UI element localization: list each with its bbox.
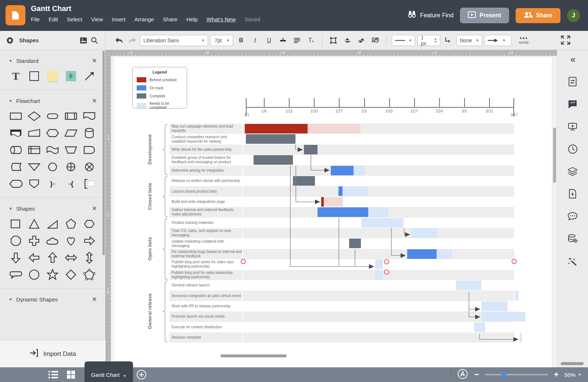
data-linking-icon[interactable] — [567, 233, 578, 244]
shape-brace-left[interactable]: ≡{ — [64, 178, 78, 190]
shape-heart[interactable] — [64, 235, 78, 247]
add-page-button[interactable] — [136, 369, 147, 380]
shape-or-junction[interactable] — [64, 161, 78, 173]
shape-diamond[interactable] — [64, 268, 78, 281]
diagram-page[interactable]: LegendBehind scheduleOn trackCompleteNee… — [114, 57, 552, 367]
shape-stored-data[interactable] — [8, 161, 23, 173]
close-icon[interactable]: ✕ — [92, 57, 97, 65]
pan-to-content-button[interactable] — [457, 368, 468, 381]
task-row[interactable] — [243, 290, 514, 301]
shape-arrow[interactable] — [82, 70, 97, 82]
gantt-bar-complete[interactable] — [293, 176, 315, 186]
gantt-bar-complete[interactable] — [304, 145, 318, 154]
gantt-bar-on_track[interactable] — [318, 207, 368, 217]
task-row[interactable] — [243, 186, 514, 196]
shape-preparation[interactable] — [45, 127, 60, 139]
share-button[interactable]: Share — [516, 8, 560, 23]
gantt-bar-behind[interactable] — [321, 197, 324, 207]
task-row[interactable] — [243, 165, 514, 176]
shape-square[interactable] — [8, 218, 23, 230]
gantt-bar-todo[interactable] — [474, 322, 485, 332]
zoom-in-button[interactable]: + — [554, 371, 559, 378]
shape-terminator[interactable] — [45, 110, 60, 122]
legend[interactable]: LegendBehind scheduleOn trackCompleteNee… — [132, 67, 187, 108]
shape-connector[interactable] — [45, 161, 60, 173]
feature-find-button[interactable]: Feature Find — [407, 11, 453, 20]
shape-star[interactable] — [45, 268, 60, 281]
shape-merge[interactable] — [27, 161, 42, 173]
undo-icon[interactable] — [114, 35, 125, 46]
dock-scrollbar[interactable] — [561, 362, 584, 365]
shape-polygon-nodes[interactable] — [82, 268, 97, 281]
task-row[interactable] — [243, 249, 514, 259]
gantt-bar-on_track[interactable] — [407, 249, 437, 259]
gantt-bar-on_track[interactable] — [338, 186, 343, 196]
task-row[interactable] — [243, 197, 514, 207]
shape-circle[interactable] — [27, 268, 42, 281]
shape-brace-right[interactable]: }≡ — [45, 178, 60, 190]
task-row[interactable] — [243, 301, 514, 311]
menu-item-help[interactable]: Help — [186, 16, 198, 22]
horizontal-scrollbar[interactable] — [220, 354, 287, 357]
gantt-bar-behind_light[interactable] — [324, 197, 343, 207]
shape-arrow-ud[interactable] — [82, 251, 97, 264]
shape-right-triangle[interactable] — [45, 218, 60, 230]
text-color-button[interactable]: A — [277, 35, 289, 46]
section-header-shapes[interactable]: ▼Shapes✕ — [0, 201, 105, 216]
image-icon[interactable] — [78, 35, 89, 46]
gantt-bar-todo[interactable] — [481, 312, 526, 321]
menu-item-view[interactable]: View — [91, 16, 103, 22]
shape-multi-document[interactable] — [8, 127, 23, 139]
line-width-stepper[interactable]: 1 px ▲▼ — [417, 35, 440, 46]
task-row[interactable] — [243, 144, 514, 155]
section-header-flowchart[interactable]: ▼Flowchart✕ — [0, 93, 105, 108]
shape-document[interactable] — [82, 110, 97, 122]
shape-frame-button[interactable] — [327, 35, 339, 46]
line-color-button[interactable] — [355, 35, 367, 46]
text-options-button[interactable]: T▾ — [305, 35, 317, 46]
connector-style-button[interactable] — [442, 35, 454, 46]
gantt-bar-todo[interactable] — [361, 218, 404, 228]
history-icon[interactable] — [567, 143, 578, 154]
shape-arrow-left[interactable] — [27, 251, 42, 264]
underline-button[interactable]: U — [263, 35, 275, 46]
shape-arrow-down[interactable] — [8, 251, 23, 264]
gantt-bar-on_track[interactable] — [331, 166, 354, 175]
search-icon[interactable] — [89, 35, 100, 46]
document-title[interactable]: Gantt Chart — [31, 4, 71, 13]
redo-icon[interactable] — [127, 35, 138, 46]
task-row[interactable] — [243, 238, 514, 249]
close-icon[interactable]: ✕ — [92, 205, 97, 213]
page-grid-icon[interactable] — [65, 370, 76, 379]
vertical-scrollbar[interactable] — [553, 128, 556, 183]
shape-direct-storage[interactable] — [8, 144, 23, 156]
gantt-bar-todo[interactable] — [343, 186, 369, 196]
task-row[interactable] — [243, 228, 514, 238]
gantt-bar-complete[interactable] — [246, 134, 295, 144]
gantt-bar-todo[interactable] — [412, 228, 437, 238]
gantt-bar-behind_light[interactable] — [308, 124, 361, 133]
present-slides-icon[interactable] — [567, 121, 578, 132]
task-row[interactable] — [243, 322, 514, 332]
menu-item-select[interactable]: Select — [67, 16, 82, 22]
task-row[interactable] — [243, 311, 514, 322]
zoom-slider-handle[interactable] — [501, 372, 506, 377]
user-avatar[interactable]: J — [567, 9, 580, 22]
gantt-bar-todo[interactable] — [354, 166, 365, 175]
line-end-select[interactable]: ▼ — [484, 35, 512, 46]
shape-data-button[interactable] — [369, 35, 381, 46]
fill-color-button[interactable] — [341, 35, 353, 46]
gantt-bar-behind[interactable] — [245, 124, 308, 133]
comments-icon[interactable] — [567, 211, 578, 222]
shape-callout[interactable] — [8, 268, 23, 281]
menu-item-edit[interactable]: Edit — [49, 16, 58, 22]
gantt-bar-todo[interactable] — [481, 301, 508, 311]
font-size-select[interactable]: 7pt▼ — [210, 35, 233, 46]
task-row[interactable] — [243, 332, 514, 343]
shape-summing-junction[interactable] — [82, 161, 97, 173]
shape-display[interactable] — [8, 178, 23, 190]
canvas-area[interactable]: 141618202224 141618 LegendBehind schedul… — [105, 50, 557, 367]
shape-decision[interactable] — [27, 110, 42, 122]
shape-note-block[interactable] — [82, 178, 97, 190]
shape-rectangle[interactable] — [27, 70, 42, 82]
